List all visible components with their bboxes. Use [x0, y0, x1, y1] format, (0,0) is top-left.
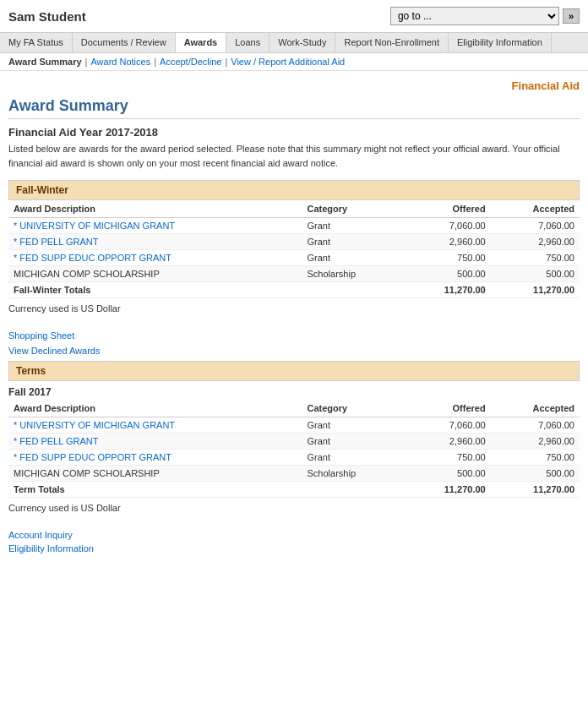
- col-accepted: Accepted: [491, 200, 580, 218]
- col-award-desc: Award Description: [8, 200, 302, 218]
- award-link[interactable]: * UNIVERSITY OF MICHIGAN GRANT: [14, 420, 175, 430]
- sub-nav: Award Summary | Award Notices | Accept/D…: [0, 53, 588, 71]
- year-desc: Listed below are awards for the award pe…: [8, 142, 580, 170]
- table-row: * UNIVERSITY OF MICHIGAN GRANTGrant7,060…: [8, 417, 580, 434]
- tab-loans[interactable]: Loans: [226, 33, 270, 52]
- table-row: * UNIVERSITY OF MICHIGAN GRANTGrant7,060…: [8, 218, 580, 234]
- shopping-sheet-link[interactable]: Shopping Sheet: [8, 330, 580, 341]
- table-row: * FED SUPP EDUC OPPORT GRANTGrant750.007…: [8, 450, 580, 466]
- goto-select[interactable]: go to ...: [390, 7, 559, 25]
- subnav-view-report-additional-aid[interactable]: View / Report Additional Aid: [231, 57, 345, 67]
- tab-report-non-enrollment[interactable]: Report Non-Enrollment: [335, 33, 449, 52]
- terms-col-award-desc: Award Description: [8, 400, 302, 417]
- tab-eligibility-information[interactable]: Eligibility Information: [449, 33, 552, 52]
- term-fall-2017-heading: Fall 2017: [8, 381, 580, 400]
- currency-note: Currency used is US Dollar: [8, 300, 580, 317]
- eligibility-information-link[interactable]: Eligibility Information: [8, 543, 580, 554]
- terms-section: Terms Fall 2017 Award Description Catego…: [8, 361, 580, 516]
- table-row: MICHIGAN COMP SCHOLARSHIPScholarship500.…: [8, 466, 580, 482]
- award-link[interactable]: * FED PELL GRANT: [14, 237, 98, 247]
- tab-work-study[interactable]: Work-Study: [270, 33, 335, 52]
- tab-documents-review[interactable]: Documents / Review: [73, 33, 176, 52]
- table-row: * FED PELL GRANTGrant2,960.002,960.00: [8, 234, 580, 250]
- tab-my-fa-status[interactable]: My FA Status: [0, 33, 73, 52]
- subnav-award-notices[interactable]: Award Notices: [90, 57, 150, 67]
- award-link[interactable]: * UNIVERSITY OF MICHIGAN GRANT: [14, 221, 175, 231]
- terms-col-offered: Offered: [402, 400, 490, 417]
- table-row: * FED SUPP EDUC OPPORT GRANTGrant750.007…: [8, 250, 580, 266]
- table-row: MICHIGAN COMP SCHOLARSHIPScholarship500.…: [8, 266, 580, 282]
- terms-col-accepted: Accepted: [491, 400, 580, 417]
- terms-header: Terms: [8, 361, 580, 381]
- goto-container: go to ... »: [390, 7, 580, 25]
- subnav-award-summary[interactable]: Award Summary: [8, 57, 82, 67]
- award-link[interactable]: * FED SUPP EDUC OPPORT GRANT: [14, 253, 172, 263]
- table-row: * FED PELL GRANTGrant2,960.002,960.00: [8, 434, 580, 450]
- financial-aid-title: Financial Aid: [8, 79, 580, 92]
- tab-awards[interactable]: Awards: [176, 33, 227, 52]
- view-declined-awards-link[interactable]: View Declined Awards: [8, 346, 580, 356]
- bottom-links: Account Inquiry Eligibility Information: [8, 530, 580, 554]
- award-link[interactable]: * FED SUPP EDUC OPPORT GRANT: [14, 452, 172, 462]
- fall-winter-section: Fall-Winter Award Description Category O…: [8, 180, 580, 317]
- fall-winter-header: Fall-Winter: [8, 180, 580, 200]
- account-inquiry-link[interactable]: Account Inquiry: [8, 530, 580, 540]
- currency-note2: Currency used is US Dollar: [8, 499, 580, 516]
- total-row: Term Totals11,270.0011,270.00: [8, 482, 580, 498]
- col-offered: Offered: [402, 200, 490, 218]
- goto-button[interactable]: »: [563, 8, 580, 24]
- content: Financial Aid Award Summary Financial Ai…: [0, 71, 588, 565]
- year-heading: Financial Aid Year 2017-2018: [8, 126, 580, 139]
- total-row: Fall-Winter Totals11,270.0011,270.00: [8, 282, 580, 298]
- subnav-accept-decline[interactable]: Accept/Decline: [160, 57, 221, 67]
- student-name: Sam Student: [8, 9, 86, 24]
- terms-table: Award Description Category Offered Accep…: [8, 400, 580, 498]
- header: Sam Student go to ... »: [0, 0, 588, 32]
- fall-winter-table: Award Description Category Offered Accep…: [8, 200, 580, 298]
- terms-col-category: Category: [302, 400, 403, 417]
- col-category: Category: [302, 200, 403, 218]
- nav-tabs: My FA Status Documents / Review Awards L…: [0, 32, 588, 53]
- award-summary-heading: Award Summary: [8, 97, 580, 119]
- award-link[interactable]: * FED PELL GRANT: [14, 436, 98, 446]
